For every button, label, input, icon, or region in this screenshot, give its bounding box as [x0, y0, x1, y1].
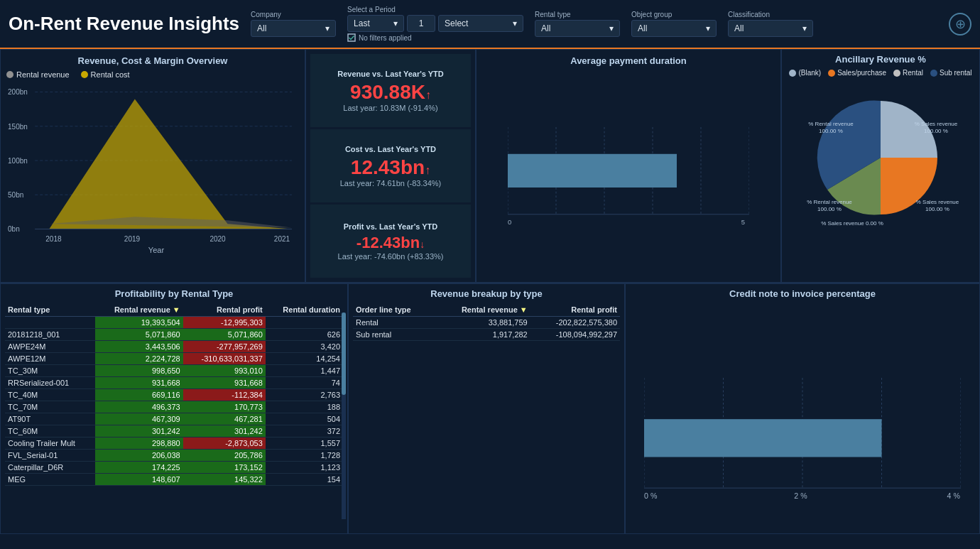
- rental-type-value: All: [541, 23, 550, 33]
- col-rental-duration: Rental duration: [266, 303, 343, 317]
- no-filters-badge: No filters applied: [347, 33, 523, 42]
- rental-type-cell: AWPE12M: [5, 353, 95, 365]
- rental-type-cell: TC_40M: [5, 389, 95, 401]
- sub-rental-dot: [930, 70, 937, 77]
- period-type-arrow-icon: ▾: [513, 18, 517, 28]
- profit-cell: -2,873,053: [183, 437, 266, 450]
- profit-cell: 145,322: [183, 474, 266, 486]
- revenue-cell: 206,038: [95, 450, 183, 462]
- profit-cell: -310,633,031,337: [183, 353, 266, 365]
- svg-text:2018: 2018: [45, 235, 62, 243]
- kpi-revenue-title: Revenue vs. Last Year's YTD: [337, 70, 444, 78]
- table-row: AWPE12M2,224,728-310,633,031,33714,254: [5, 353, 343, 365]
- col-rental-type: Rental type: [5, 303, 95, 317]
- object-group-value: All: [638, 23, 647, 33]
- revenue-cell: 298,880: [95, 437, 183, 450]
- svg-text:2020: 2020: [209, 235, 226, 243]
- revenue-breakup-panel: Revenue breakup by type Order line type …: [348, 283, 625, 534]
- svg-text:2 %: 2 %: [794, 491, 807, 500]
- company-filter-group: Company All ▾: [251, 11, 336, 37]
- svg-text:100.00 %: 100.00 %: [817, 206, 842, 212]
- company-select[interactable]: All ▾: [251, 20, 336, 37]
- svg-marker-11: [49, 99, 292, 229]
- revenue-cell: 5,071,860: [95, 329, 183, 341]
- chart-legend: Rental revenue Rental cost: [6, 70, 299, 79]
- company-label: Company: [251, 11, 336, 18]
- rental-type-cell: Caterpillar_D6R: [5, 462, 95, 474]
- rental-type-cell: [5, 317, 95, 329]
- rb-col-revenue: Rental revenue ▼: [435, 303, 530, 317]
- svg-text:0: 0: [508, 218, 511, 226]
- duration-cell: 2,763: [266, 389, 343, 401]
- avg-payment-panel: Average payment duration 0 5: [476, 49, 781, 283]
- duration-cell: 188: [266, 401, 343, 413]
- profit-cell: 301,242: [183, 425, 266, 437]
- table-row: FVL_Serial-01206,038205,7861,728: [5, 450, 343, 462]
- kpi-revenue: Revenue vs. Last Year's YTD 930.88K↑ Las…: [310, 54, 471, 127]
- revenue-chart-panel: Revenue, Cost & Margin Overview Rental r…: [0, 49, 305, 283]
- add-cross-button[interactable]: ⊕: [949, 13, 971, 36]
- rental-type-select[interactable]: All ▾: [535, 20, 620, 37]
- svg-text:100.00 %: 100.00 %: [924, 128, 948, 134]
- revenue-chart-title: Revenue, Cost & Margin Overview: [6, 55, 299, 66]
- duration-cell: 626: [266, 329, 343, 341]
- scroll-indicator[interactable]: [342, 312, 346, 519]
- period-type-select[interactable]: Select ▾: [438, 15, 523, 32]
- revenue-breakup-title: Revenue breakup by type: [353, 288, 620, 299]
- duration-cell: 74: [266, 377, 343, 389]
- col-rental-profit: Rental profit: [183, 303, 266, 317]
- duration-cell: 14,254: [266, 353, 343, 365]
- blank-dot: [789, 70, 796, 77]
- period-num-input[interactable]: 1: [407, 15, 435, 32]
- svg-text:% Sales revenue 0.00 %: % Sales revenue 0.00 %: [821, 220, 883, 227]
- duration-cell: 1,447: [266, 365, 343, 377]
- order-type-cell: Rental: [353, 317, 435, 329]
- svg-text:0 %: 0 %: [644, 491, 658, 500]
- legend-sub-rental: Sub rental: [930, 69, 972, 77]
- classification-select[interactable]: All ▾: [728, 20, 813, 37]
- kpi-profit: Profit vs. Last Year's YTD -12.43bn↓ Las…: [310, 205, 471, 278]
- revenue-cell: 148,607: [95, 474, 183, 486]
- rental-type-cell: TC_70M: [5, 401, 95, 413]
- credit-note-chart-area: 0 % 2 % 4 %: [630, 303, 975, 523]
- profit-cell: 173,152: [183, 462, 266, 474]
- kpi-cost-value: 12.43bn↑: [351, 156, 430, 179]
- object-group-select[interactable]: All ▾: [631, 20, 717, 37]
- kpi-cost: Cost vs. Last Year's YTD 12.43bn↑ Last y…: [310, 129, 471, 202]
- revenue-cell: 496,373: [95, 401, 183, 413]
- svg-text:% Rental revenue: % Rental revenue: [807, 199, 852, 205]
- rental-type-cell: FVL_Serial-01: [5, 450, 95, 462]
- duration-cell: 504: [266, 413, 343, 425]
- svg-text:100.00 %: 100.00 %: [925, 206, 949, 212]
- svg-text:200bn: 200bn: [8, 88, 28, 96]
- svg-text:% Sales revenue: % Sales revenue: [916, 199, 959, 205]
- svg-rect-43: [644, 419, 881, 457]
- kpi-cost-sub: Last year: 74.61bn (-83.34%): [340, 179, 441, 187]
- duration-cell: 1,123: [266, 462, 343, 474]
- rental-type-cell: TC_60M: [5, 425, 95, 437]
- svg-text:% Rental revenue: % Rental revenue: [808, 121, 854, 127]
- header: On-Rent Revenue Insights Company All ▾ S…: [0, 0, 980, 49]
- sales-dot: [828, 70, 835, 77]
- page-title: On-Rent Revenue Insights: [9, 13, 239, 35]
- table-row: TC_70M496,373170,773188: [5, 401, 343, 413]
- svg-rect-25: [508, 154, 677, 187]
- table-row: RRSerialized-001931,668931,66874: [5, 377, 343, 389]
- profit-cell: -277,957,269: [183, 341, 266, 353]
- kpi-revenue-value: 930.88K↑: [350, 81, 431, 104]
- table-row: AT90T467,309467,281504: [5, 413, 343, 425]
- svg-text:100bn: 100bn: [8, 157, 28, 165]
- kpi-cost-title: Cost vs. Last Year's YTD: [345, 145, 436, 153]
- profit-cell: 170,773: [183, 401, 266, 413]
- svg-rect-0: [348, 34, 355, 41]
- period-last-select[interactable]: Last ▾: [347, 15, 404, 32]
- breakup-profit-cell: -202,822,575,380: [530, 317, 620, 329]
- table-row: TC_30M998,650993,0101,447: [5, 365, 343, 377]
- rb-col-type: Order line type: [353, 303, 435, 317]
- profit-cell: -112,384: [183, 389, 266, 401]
- legend-rental: Rental: [893, 69, 923, 77]
- table-row: TC_60M301,242301,242372: [5, 425, 343, 437]
- classification-label: Classification: [728, 11, 813, 18]
- duration-cell: 154: [266, 474, 343, 486]
- order-type-cell: Sub rental: [353, 329, 435, 341]
